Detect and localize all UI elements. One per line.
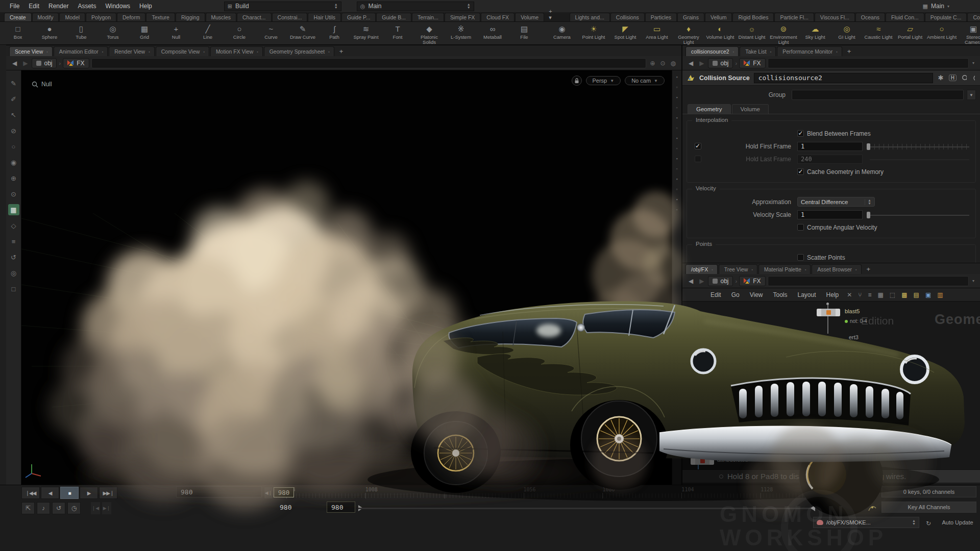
- select-arrow-icon[interactable]: ↖: [8, 109, 19, 120]
- shelf-tab-hairutils[interactable]: Hair Utils: [308, 13, 341, 21]
- chevron-down-icon[interactable]: ▾: [971, 61, 976, 65]
- shelf-tab-container[interactable]: Container...: [967, 13, 980, 21]
- breadcrumb-obj[interactable]: obj: [32, 58, 57, 68]
- pen-icon[interactable]: ✎: [8, 78, 19, 89]
- checkbox-blendbetweenframes[interactable]: ✓: [797, 130, 804, 137]
- viewport-toggle-icon[interactable]: ▫: [676, 166, 677, 171]
- scene-viewport[interactable]: [21, 70, 672, 485]
- realtime-icon[interactable]: ◷: [67, 502, 81, 514]
- network-menu-go[interactable]: Go: [727, 290, 744, 300]
- shelf-tab-cloudfx[interactable]: Cloud FX: [481, 13, 514, 21]
- slider-handle[interactable]: [867, 212, 870, 218]
- tab-options-icon[interactable]: ▪: [257, 50, 258, 54]
- tool-environmentlight[interactable]: ⊚Environment Light: [768, 23, 799, 44]
- enable-checkbox[interactable]: ✓: [695, 156, 701, 162]
- shelf-tab-fluidcon[interactable]: Fluid Con...: [886, 13, 924, 21]
- tree-icon[interactable]: ⑂: [855, 291, 864, 298]
- tools-icon[interactable]: ✕: [844, 291, 854, 298]
- param-tab-volume[interactable]: Volume: [732, 104, 769, 114]
- tool-null[interactable]: +Null: [160, 23, 192, 44]
- tool-gilight[interactable]: ◎GI Light: [831, 23, 863, 44]
- lasso-icon[interactable]: ○: [8, 141, 19, 152]
- shelf-tab-model[interactable]: Model: [59, 13, 85, 21]
- pane-tab-performancemonitor[interactable]: Performance Monitor▪: [777, 46, 842, 56]
- output-driver-selector[interactable]: /obj/FX/SMOKE... ▲▼: [813, 517, 919, 528]
- radial-menu-selector[interactable]: ◎ Main ▲▼: [357, 2, 474, 11]
- update-mode-selector[interactable]: Auto Update: [937, 517, 978, 528]
- tool-lsystem[interactable]: ※L-System: [445, 23, 477, 44]
- tab-options-icon[interactable]: ▪: [203, 50, 204, 54]
- tab-options-icon[interactable]: ▪: [46, 50, 47, 54]
- viewport-toggle-icon[interactable]: ▫: [676, 105, 677, 110]
- tool-curve[interactable]: ~Curve: [255, 23, 287, 44]
- tool-line[interactable]: ╱Line: [192, 23, 224, 44]
- tool-pointlight[interactable]: ☀Point Light: [578, 23, 609, 44]
- viewport-toggle-icon[interactable]: ▪: [676, 74, 677, 80]
- checkbox-cachegeometryinmemory[interactable]: ✓: [797, 168, 804, 175]
- shelf-tab-terrain[interactable]: Terrain...: [412, 13, 444, 21]
- param-tab-geometry[interactable]: Geometry: [688, 104, 731, 114]
- tool-tube[interactable]: ▯Tube: [65, 23, 97, 44]
- lock-camera-icon[interactable]: [572, 76, 582, 86]
- network-canvas[interactable]: Geometry Edition blast5 not: 0-4 ert3 at…: [682, 302, 980, 469]
- shelf-tab-populatec[interactable]: Populate C...: [925, 13, 967, 21]
- shelf-tab-grains[interactable]: Grains: [677, 13, 704, 21]
- viewport-toggle-icon[interactable]: ▫: [676, 207, 677, 212]
- viewport-toggle-icon[interactable]: ▪: [676, 115, 677, 120]
- pane-tab-takelist[interactable]: Take List▪: [740, 46, 776, 56]
- spinner-icon[interactable]: ▲▼: [865, 199, 871, 205]
- rewind-button[interactable]: ❘◀◀: [21, 487, 40, 499]
- tab-options-icon[interactable]: ▪: [770, 50, 771, 54]
- layout-selector[interactable]: ▦ Main ▾: [923, 3, 949, 10]
- tool-grid[interactable]: ▦Grid: [129, 23, 160, 44]
- pane-tab-animationeditor[interactable]: Animation Editor▪: [54, 46, 108, 56]
- pane-tab-objfx[interactable]: /obj/FX▪: [685, 264, 718, 274]
- back-arrow-icon[interactable]: ◀: [10, 60, 19, 67]
- breadcrumb-fx[interactable]: FX: [63, 58, 89, 68]
- desktop-selector[interactable]: ⊞ Build ▲▼: [224, 2, 341, 11]
- path-input[interactable]: [768, 276, 969, 286]
- audio-icon[interactable]: ♪: [37, 502, 50, 514]
- tab-options-icon[interactable]: ▪: [149, 50, 150, 54]
- handles-icon[interactable]: ◇: [8, 220, 19, 231]
- checkbox-scatterpoints[interactable]: ✓: [797, 254, 804, 261]
- shelf-tab-particles[interactable]: Particles: [645, 13, 677, 21]
- network-menu-view[interactable]: View: [745, 290, 768, 300]
- tab-options-icon[interactable]: ▪: [805, 268, 806, 271]
- sliders-icon[interactable]: ✱: [937, 74, 945, 82]
- key-all-channels-button[interactable]: Key All Channels: [881, 502, 976, 513]
- network-menu-tools[interactable]: Tools: [769, 290, 792, 300]
- tab-options-icon[interactable]: ▪: [102, 50, 103, 54]
- node-flag[interactable]: [691, 457, 695, 465]
- pin-icon[interactable]: □: [8, 283, 19, 294]
- jump-end-icon[interactable]: ▶❘: [102, 502, 111, 514]
- play-button[interactable]: ▶: [80, 487, 98, 499]
- shelf-tab-guidep[interactable]: Guide P...: [341, 13, 376, 21]
- shelf-tab-charact[interactable]: Charact...: [237, 13, 272, 21]
- lock-icon[interactable]: ⊘: [8, 125, 19, 136]
- range-start-field[interactable]: 980: [276, 502, 302, 513]
- menu-windows[interactable]: Windows: [101, 1, 135, 11]
- keyframe-icon[interactable]: [868, 504, 877, 512]
- playhead-marker[interactable]: 980: [274, 487, 294, 497]
- pane-tab-assetbrowser[interactable]: Asset Browser▪: [812, 264, 861, 274]
- shelf-tab-modify[interactable]: Modify: [32, 13, 59, 21]
- refresh-icon[interactable]: ↻: [922, 517, 935, 530]
- user-icon[interactable]: ◍: [669, 60, 677, 67]
- shelf-tab-particlefl[interactable]: Particle Fl...: [774, 13, 814, 21]
- forward-arrow-icon[interactable]: ▶: [697, 60, 706, 67]
- stop-button[interactable]: ■: [60, 487, 79, 499]
- tool-volumelight[interactable]: ◐Volume Light: [704, 23, 736, 44]
- node-flag[interactable]: [709, 457, 714, 465]
- pane-tab-sceneview[interactable]: Scene View▪: [9, 46, 53, 56]
- tool-camera[interactable]: ◉Camera: [546, 23, 578, 44]
- follow-keys-icon[interactable]: ⇱: [21, 502, 35, 514]
- shelf-tab-create[interactable]: Create: [4, 13, 32, 21]
- spinner-icon[interactable]: ▲▼: [912, 519, 916, 525]
- breadcrumb-obj[interactable]: obj: [708, 276, 733, 286]
- add-pane-tab-button[interactable]: +: [863, 265, 875, 274]
- dropdown-approximation[interactable]: Central Difference▲▼: [797, 197, 875, 207]
- breadcrumb-fx[interactable]: FX: [739, 276, 765, 286]
- note-icon[interactable]: ▤: [911, 291, 922, 298]
- tool-circle[interactable]: ○Circle: [224, 23, 255, 44]
